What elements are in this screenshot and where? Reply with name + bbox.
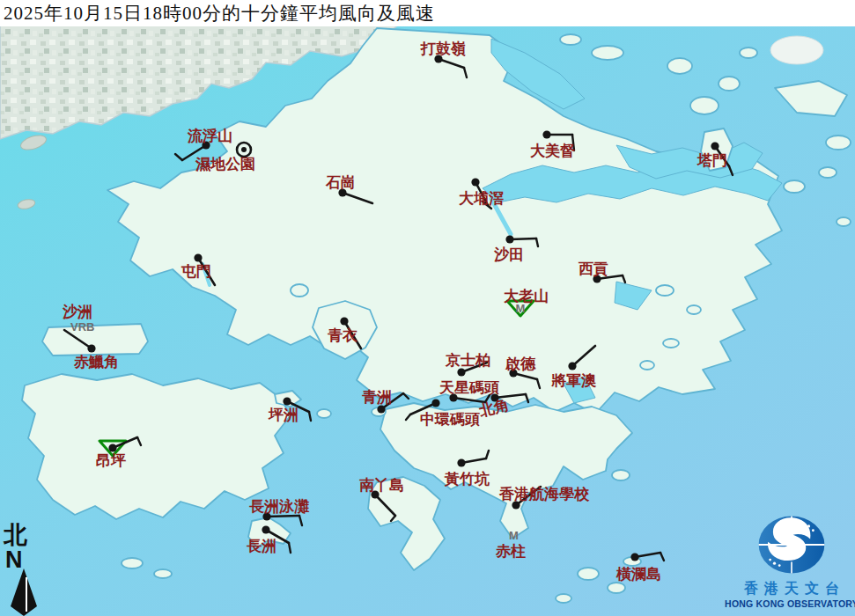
hong-kong-map: 流浮山濕地公園打鼓嶺塔門大美督石崗大埔滘沙田西貢大老山M屯門沙洲VRB赤鱲角青衣… [0,0,855,616]
station-label: 大埔滘 [459,190,504,207]
station-label: 大美督 [530,142,575,159]
station-dot [457,368,465,376]
station-label: 中環碼頭 [420,411,480,428]
station-label: 濕地公園 [195,156,255,172]
station-dot [542,130,550,138]
station-dot [262,525,269,533]
station-label: 青洲 [362,389,392,406]
wind-map-screen: 流浮山濕地公園打鼓嶺塔門大美督石崗大埔滘沙田西貢大老山M屯門沙洲VRB赤鱲角青衣… [0,0,855,616]
station-dot [457,458,465,466]
station-dot [194,253,202,261]
north-cjk-label: 北 [3,522,27,548]
station-label: 昂坪 [96,452,126,469]
hko-logo-icon [742,510,841,579]
station-label: 長洲 [247,538,276,554]
station-dot [108,444,116,451]
station-label: 青衣 [328,327,358,344]
map-title: 2025年10月15日18時00分的十分鐘平均風向及風速 [0,1,435,26]
station-label: 屯門 [181,263,211,280]
station-note: M [516,302,526,315]
station-label: 長洲泳灘 [249,498,310,515]
hko-logo: 香港天文台 HONG KONG OBSERVATORY [730,510,853,614]
station-label: 南丫島 [359,477,404,494]
station-dot [87,344,95,352]
station-dot [711,142,719,150]
station-label: 大老山 [504,288,549,304]
station-label: 打鼓嶺 [420,40,466,57]
station-dot [283,397,291,405]
calm-wind-center-dot [241,147,247,152]
station-label: 塔門 [697,152,727,169]
station-label: 坪洲 [268,407,299,423]
station-label: 將軍澳 [550,372,597,389]
wind-barb-shaft [267,516,299,517]
station-label: 赤鱲角 [73,354,119,370]
station-dot [431,399,439,407]
north-letter: N [5,546,23,573]
station-label: 沙洲 [62,304,92,320]
station-label: 西貢 [578,260,608,277]
airport-island [42,324,148,356]
station-label: 赤柱 [495,543,526,560]
station-label: 沙田 [493,246,524,263]
station-note: M [509,529,519,542]
station-label: 香港航海學校 [498,486,590,502]
station-dot [340,317,348,325]
station-dot [505,235,513,243]
station-dot [471,178,479,186]
station-dot [377,405,385,413]
station-label: 天星碼頭 [439,379,499,396]
station-dot [568,362,576,370]
station-dot [630,553,638,561]
title-bar: 2025年10月15日18時00分的十分鐘平均風向及風速 [0,0,855,26]
hko-logo-en: HONG KONG OBSERVATORY [725,598,855,609]
hko-logo-cjk: 香港天文台 [738,580,845,598]
station-label: 橫瀾島 [615,566,661,583]
station-label: 啟德 [505,356,536,372]
station-label: 京士柏 [445,352,490,369]
station-label: 流浮山 [187,128,232,144]
station-label: 石崗 [325,174,356,191]
station-label: 黃竹坑 [444,470,490,488]
station-note: VRB [70,320,94,334]
